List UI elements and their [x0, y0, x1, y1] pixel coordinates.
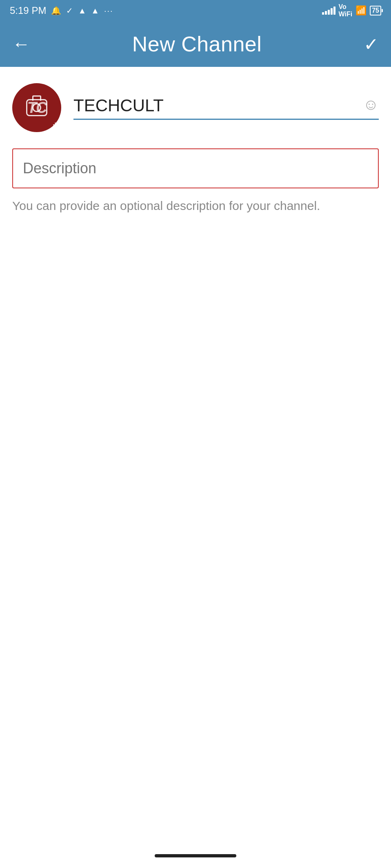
main-content: TC + ☺ You can provide an optional descr… [0, 67, 391, 227]
page-title: New Channel [132, 32, 262, 56]
camera-overlay: + [12, 83, 61, 132]
description-input[interactable] [23, 160, 368, 177]
home-indicator [155, 854, 236, 857]
check-icon: ✓ [66, 6, 73, 15]
signal-icon [322, 7, 335, 15]
drive-icon: ▲ [78, 6, 86, 15]
alarm-icon: 🔔 [51, 6, 61, 15]
wifi-icon: 📶 [355, 5, 367, 16]
status-bar-right: VoWiFi 📶 75 [322, 3, 381, 18]
name-input-wrapper: ☺ [73, 96, 379, 120]
vo-wifi-label: VoWiFi [339, 3, 353, 18]
channel-name-row: TC + ☺ [12, 83, 379, 132]
status-bar: 5:19 PM 🔔 ✓ ▲ ▲ ··· VoWiFi 📶 75 [0, 0, 391, 21]
app-bar: ← New Channel ✓ [0, 21, 391, 67]
battery-icon: 75 [370, 6, 381, 15]
emoji-button[interactable]: ☺ [363, 96, 379, 113]
bottom-bar [0, 844, 391, 868]
status-time: 5:19 PM [10, 5, 46, 16]
description-box[interactable] [12, 148, 379, 188]
description-hint: You can provide an optional description … [12, 197, 379, 215]
status-bar-left: 5:19 PM 🔔 ✓ ▲ ▲ ··· [10, 5, 113, 16]
back-button[interactable]: ← [12, 34, 30, 54]
overflow-dots: ··· [104, 6, 113, 15]
confirm-button[interactable]: ✓ [364, 34, 379, 55]
avatar[interactable]: TC + [12, 83, 61, 132]
drive-icon-2: ▲ [91, 6, 99, 15]
add-photo-icon: + [53, 121, 58, 130]
camera-icon [26, 99, 47, 116]
camera-lens-icon [32, 103, 41, 112]
channel-name-input[interactable] [73, 96, 379, 120]
